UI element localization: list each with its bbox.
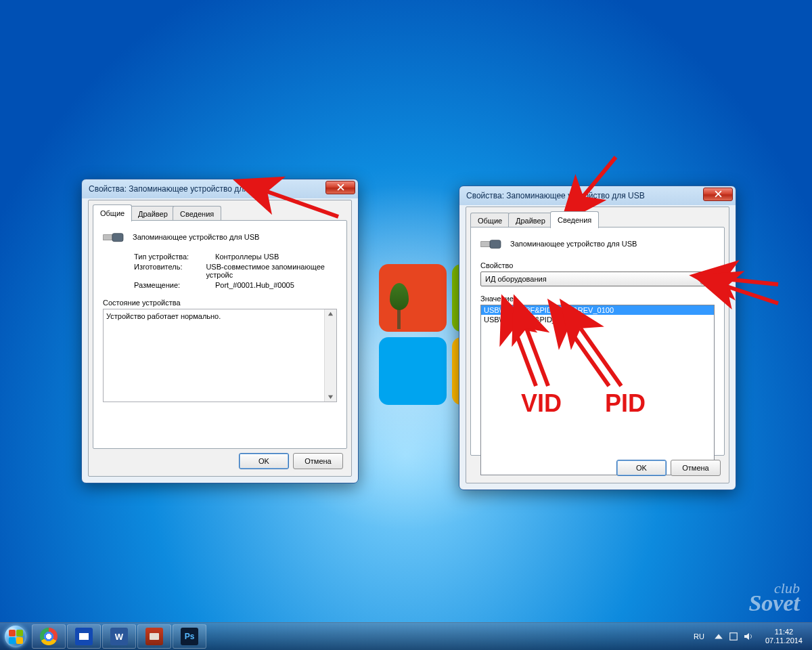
label-property: Свойство [480, 261, 724, 269]
titlebar[interactable]: Свойства: Запоминающее устройство для US… [82, 179, 358, 198]
floppy-icon [75, 628, 93, 645]
usb-icon [480, 237, 502, 251]
tab-general[interactable]: Общие [93, 204, 132, 221]
tab-driver[interactable]: Драйвер [131, 206, 175, 221]
tab-page: Запоминающее устройство для USB Тип устр… [93, 220, 347, 449]
dropdown-button[interactable] [700, 274, 711, 284]
value-type: Контроллеры USB [215, 253, 279, 261]
taskbar-app-word[interactable]: W [102, 624, 136, 649]
svg-rect-0 [104, 235, 112, 240]
client-area: Общие Драйвер Сведения Запоминающее устр… [88, 200, 352, 477]
ok-button[interactable]: OK [239, 453, 289, 469]
properties-dialog-general: Свойства: Запоминающее устройство для US… [81, 179, 359, 483]
tab-strip: Общие Драйвер Сведения [93, 204, 347, 221]
svg-rect-3 [490, 240, 501, 248]
tab-general[interactable]: Общие [470, 213, 510, 228]
titlebar[interactable]: Свойства: Запоминающее устройство для US… [459, 186, 736, 204]
watermark: club Sovet [748, 581, 800, 615]
status-text: Устройство работает нормально. [106, 312, 221, 320]
taskbar-app-chrome[interactable] [32, 624, 66, 649]
tab-strip: Общие Драйвер Сведения [470, 211, 725, 228]
value-listbox[interactable]: USB\VID_058F&PID_6366&REV_0100 USB\VID_0… [480, 305, 715, 475]
photoshop-icon: Ps [181, 628, 198, 645]
taskbar: W Ps RU 11:42 07.11.2014 [0, 622, 812, 650]
volume-icon[interactable] [744, 632, 753, 641]
label-value: Значение [480, 295, 724, 303]
property-combobox[interactable]: ИД оборудования [480, 272, 715, 286]
taskbar-app-folder[interactable] [137, 624, 171, 649]
desktop: Свойства: Запоминающее устройство для US… [0, 0, 812, 650]
close-button[interactable] [703, 188, 733, 201]
close-icon [337, 183, 344, 191]
windows-logo-icon [5, 626, 26, 647]
device-name: Запоминающее устройство для USB [133, 233, 259, 241]
svg-rect-4 [730, 633, 738, 641]
tab-details[interactable]: Сведения [173, 206, 221, 221]
tab-driver[interactable]: Драйвер [508, 213, 553, 228]
taskbar-app-save[interactable] [67, 624, 101, 649]
cancel-button[interactable]: Отмена [293, 453, 343, 469]
chevron-down-icon [703, 277, 708, 281]
property-value: ИД оборудования [485, 275, 547, 283]
value-manufacturer: USB-совместимое запоминающее устройс [206, 263, 337, 279]
client-area: Общие Драйвер Сведения Запоминающее устр… [466, 207, 729, 483]
clock-date: 07.11.2014 [765, 636, 803, 645]
word-icon: W [110, 628, 128, 645]
start-button[interactable] [0, 623, 31, 650]
clock[interactable]: 11:42 07.11.2014 [759, 623, 809, 650]
device-name: Запоминающее устройство для USB [510, 240, 637, 248]
label-status: Состояние устройства [103, 299, 346, 307]
usb-icon [103, 230, 125, 244]
label-manufacturer: Изготовитель: [134, 263, 206, 279]
action-center-icon[interactable] [729, 632, 738, 641]
window-title: Свойства: Запоминающее устройство для US… [466, 191, 703, 200]
svg-rect-1 [112, 234, 123, 242]
language-indicator[interactable]: RU [690, 623, 708, 650]
window-title: Свойства: Запоминающее устройство для US… [89, 184, 325, 194]
chrome-icon [40, 628, 58, 645]
system-tray: RU 11:42 07.11.2014 [690, 623, 812, 650]
list-item[interactable]: USB\VID_058F&PID_6366 [481, 315, 714, 324]
cancel-button[interactable]: Отмена [671, 460, 721, 476]
scroll-up-icon [328, 311, 334, 317]
scroll-down-icon [328, 394, 334, 400]
properties-dialog-details: Свойства: Запоминающее устройство для US… [459, 186, 736, 490]
status-textbox[interactable]: Устройство работает нормально. [103, 309, 337, 402]
label-type: Тип устройства: [134, 253, 215, 261]
svg-rect-2 [481, 242, 490, 247]
clock-time: 11:42 [775, 628, 794, 636]
toolbox-icon [145, 628, 163, 645]
tray-triangle-icon[interactable] [714, 632, 723, 641]
device-properties: Тип устройства:Контроллеры USB Изготовит… [93, 246, 346, 289]
label-location: Размещение: [134, 281, 215, 289]
tab-details[interactable]: Сведения [550, 211, 599, 228]
value-location: Port_#0001.Hub_#0005 [215, 281, 294, 289]
ok-button[interactable]: OK [616, 460, 667, 476]
tree-decoration [390, 283, 410, 330]
list-item[interactable]: USB\VID_058F&PID_6366&REV_0100 [481, 305, 714, 315]
close-button[interactable] [325, 181, 355, 194]
taskbar-app-photoshop[interactable]: Ps [173, 624, 206, 649]
tab-page: Запоминающее устройство для USB Свойство… [470, 227, 725, 456]
scrollbar[interactable] [324, 309, 336, 402]
close-icon [715, 190, 722, 198]
